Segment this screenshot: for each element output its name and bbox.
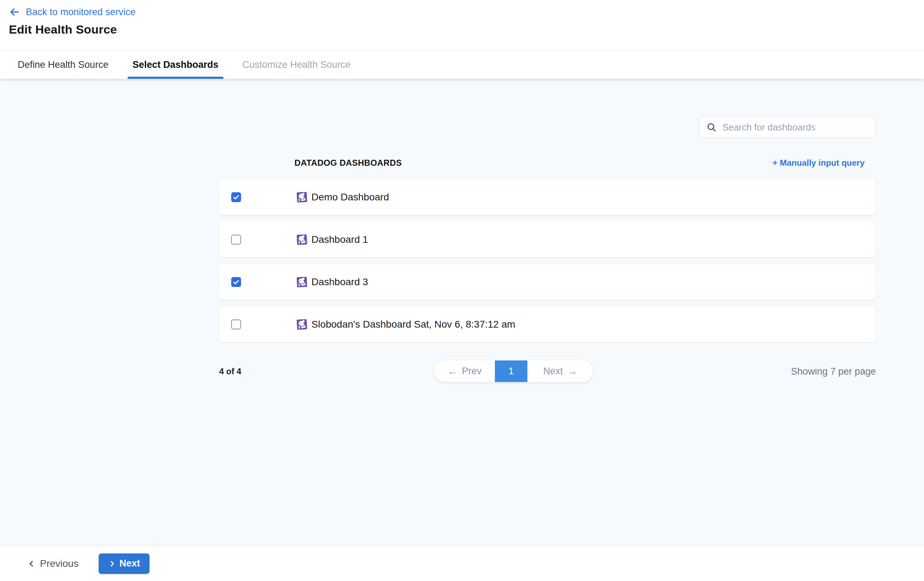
- dashboard-row[interactable]: Dashboard 3: [219, 264, 876, 300]
- arrow-right-icon: →: [567, 366, 577, 376]
- tab-bar: Define Health Source Select Dashboards C…: [0, 51, 924, 79]
- checkmark-icon: [232, 193, 240, 201]
- pagination-next-button[interactable]: Next →: [527, 360, 593, 382]
- pagination-next-label: Next: [543, 366, 563, 377]
- pagination-count: 4 of 4: [219, 366, 241, 376]
- dashboard-row-main: Dashboard 1: [296, 234, 368, 246]
- tab-select-dashboards[interactable]: Select Dashboards: [128, 51, 223, 79]
- checkmark-icon: [232, 278, 240, 286]
- dashboard-row-main: Dashboard 3: [296, 276, 368, 288]
- dashboard-list: Demo Dashboard: [219, 179, 876, 342]
- content-area: DATADOG DASHBOARDS + Manually input quer…: [0, 79, 924, 546]
- arrow-left-icon: ←: [447, 366, 458, 376]
- pagination: ← Prev 1 Next →: [434, 360, 593, 382]
- list-header-row: DATADOG DASHBOARDS + Manually input quer…: [219, 156, 865, 170]
- list-header: DATADOG DASHBOARDS: [294, 158, 402, 168]
- dashboard-label: Slobodan's Dashboard Sat, Nov 6, 8:37:12…: [312, 319, 515, 330]
- dashboard-checkbox[interactable]: [231, 192, 241, 202]
- tab-define-health-source[interactable]: Define Health Source: [13, 51, 114, 79]
- tab-label: Define Health Source: [18, 59, 109, 70]
- dashboard-row-main: Slobodan's Dashboard Sat, Nov 6, 8:37:12…: [296, 319, 515, 330]
- pagination-prev-button[interactable]: ← Prev: [434, 360, 495, 382]
- dashboard-label: Dashboard 1: [312, 234, 368, 245]
- datadog-icon: [296, 191, 308, 203]
- next-button-label: Next: [119, 558, 140, 569]
- edit-health-source-page: Back to monitored service Edit Health So…: [0, 0, 924, 581]
- pagination-page-1[interactable]: 1: [495, 360, 527, 382]
- back-link-label: Back to monitored service: [26, 7, 136, 18]
- search-input[interactable]: [723, 122, 869, 133]
- next-button[interactable]: Next: [99, 553, 150, 574]
- dashboard-row-main: Demo Dashboard: [296, 191, 389, 203]
- datadog-icon: [296, 233, 308, 246]
- manual-query-link[interactable]: + Manually input query: [772, 158, 865, 168]
- per-page-label: Showing 7 per page: [791, 366, 876, 377]
- search-box: [699, 117, 876, 138]
- search-icon: [706, 122, 717, 132]
- tab-label: Select Dashboards: [132, 59, 218, 70]
- chevron-right-icon: [108, 560, 116, 568]
- previous-button-label: Previous: [40, 558, 79, 569]
- dashboard-row[interactable]: Slobodan's Dashboard Sat, Nov 6, 8:37:12…: [219, 306, 876, 342]
- tab-customize-health-source[interactable]: Customize Health Source: [238, 51, 356, 79]
- datadog-icon: [296, 276, 308, 288]
- dashboard-row[interactable]: Dashboard 1: [219, 221, 876, 257]
- page-header: Back to monitored service Edit Health So…: [0, 0, 924, 51]
- page-title: Edit Health Source: [9, 23, 924, 36]
- dashboard-checkbox[interactable]: [231, 277, 241, 287]
- footer: Previous Next: [0, 546, 924, 581]
- back-arrow-icon: [9, 7, 20, 18]
- dashboard-checkbox[interactable]: [231, 320, 241, 329]
- dashboard-label: Dashboard 3: [312, 276, 368, 288]
- back-link[interactable]: Back to monitored service: [9, 7, 924, 18]
- dashboard-label: Demo Dashboard: [312, 191, 389, 203]
- active-tab-underline: [128, 77, 223, 79]
- pagination-prev-label: Prev: [462, 366, 482, 377]
- pagination-row: 4 of 4 ← Prev 1 Next → Showing 7 per pag…: [219, 360, 876, 382]
- previous-button[interactable]: Previous: [27, 558, 79, 569]
- dashboard-checkbox[interactable]: [231, 234, 241, 244]
- datadog-icon: [296, 318, 308, 331]
- tab-label: Customize Health Source: [243, 59, 351, 70]
- dashboard-row[interactable]: Demo Dashboard: [219, 179, 876, 215]
- chevron-left-icon: [27, 560, 36, 568]
